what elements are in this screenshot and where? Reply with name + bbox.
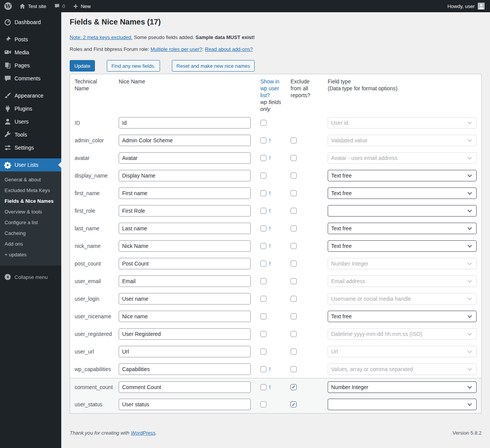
field-type-select[interactable]: Text free [328,240,477,252]
read-about-addons-link[interactable]: Read about add-ons? [205,46,253,52]
sidebar-item-users[interactable]: Users [0,115,61,128]
wordpress-logo[interactable]: W [1,0,15,12]
nice-name-input[interactable] [119,205,251,217]
nice-name-input[interactable] [119,275,251,287]
exclude-checkbox[interactable] [291,243,297,249]
field-type-select[interactable]: Email address [328,275,477,287]
nice-name-input[interactable] [119,117,251,129]
field-type-select[interactable]: Number Integer [328,381,477,393]
nice-name-input[interactable] [119,152,251,164]
sidebar-item-user-lists[interactable]: User Lists [0,158,61,171]
show-in-list-checkbox[interactable] [260,137,266,143]
exclude-checkbox[interactable] [291,225,297,231]
submenu-item-cacheing[interactable]: Cacheing [0,228,61,239]
show-in-list-checkbox[interactable] [260,155,266,161]
nice-name-input[interactable] [119,240,251,252]
nice-name-input[interactable] [119,135,251,146]
submenu-item-configure-a-list[interactable]: Configure a list [0,217,61,228]
exclude-checkbox[interactable] [291,261,297,267]
show-in-list-checkbox[interactable] [260,384,266,390]
submenu-item-excluded-meta-keys[interactable]: Excluded Meta Keys [0,185,61,196]
site-name-link[interactable]: Test site [15,0,50,12]
field-type-select[interactable]: Validated value [328,135,477,146]
new-content-button[interactable]: New [69,0,95,12]
exclude-checkbox[interactable] [291,366,297,372]
exclude-checkbox[interactable] [291,137,297,143]
nice-name-input[interactable] [119,170,251,181]
nice-name-input[interactable] [119,311,251,322]
nice-name-input[interactable] [119,258,251,269]
field-type-select[interactable]: User id [328,117,477,129]
sidebar-item-comments[interactable]: Comments [0,72,61,85]
reset-nice-names-button[interactable]: Reset and make new nice names [172,60,255,72]
nice-name-input[interactable] [119,399,251,410]
multiple-roles-link[interactable]: Multiple roles per user? [150,46,202,52]
sidebar-item-media[interactable]: Media [0,46,61,59]
comments-shortcut[interactable]: 0 [50,0,69,12]
show-in-list-checkbox[interactable] [260,208,266,214]
nice-name-input[interactable] [119,381,251,393]
submenu-item-updates[interactable]: + updates [0,249,61,260]
show-in-list-checkbox[interactable] [260,243,266,249]
nice-name-input[interactable] [119,223,251,234]
field-type-select[interactable]: Values, array or comma separated [328,363,477,375]
exclude-checkbox[interactable] [291,173,297,179]
show-in-list-checkbox[interactable] [260,190,266,196]
field-type-select[interactable]: Number Integer [328,258,477,269]
show-in-list-checkbox[interactable] [260,296,266,302]
field-type-select[interactable] [328,399,477,410]
show-in-list-checkbox[interactable] [260,349,266,355]
exclude-checkbox[interactable] [291,384,297,390]
field-type-select[interactable]: Avatar - uses email address [328,152,477,164]
wordpress-link[interactable]: WordPress [131,430,155,436]
submenu-item-fields-nice-names[interactable]: Fields & Nice Names [0,196,61,207]
exclude-checkbox[interactable] [291,401,297,407]
show-in-list-checkbox[interactable] [260,331,266,337]
exclude-checkbox[interactable] [291,190,297,196]
exclude-checkbox[interactable] [291,349,297,355]
nice-name-input[interactable] [119,363,251,375]
sidebar-item-posts[interactable]: Posts [0,33,61,46]
find-new-fields-button[interactable]: Find any new fields. [107,60,160,72]
show-in-list-checkbox[interactable] [260,366,266,372]
field-type-select[interactable]: Url [328,346,477,357]
show-in-list-checkbox[interactable] [260,261,266,267]
nice-name-input[interactable] [119,187,251,199]
collapse-menu-button[interactable]: Collapse menu [0,270,61,283]
sidebar-item-plugins[interactable]: Plugins [0,102,61,115]
sidebar-item-tools[interactable]: Tools [0,128,61,141]
meta-keys-excluded-link[interactable]: Note: 2 meta keys excluded. [70,34,132,40]
exclude-checkbox[interactable] [291,208,297,214]
field-type-select[interactable]: Text free [328,170,477,181]
exclude-checkbox[interactable] [291,313,297,319]
field-type-select[interactable]: Datetime yyyy-mm-dd hh:mm:ss (ISO) [328,328,477,340]
show-in-list-checkbox[interactable] [260,120,266,126]
submenu-item-general-about[interactable]: General & about [0,174,61,185]
sidebar-item-pages[interactable]: Pages [0,59,61,72]
show-in-list-checkbox[interactable] [260,173,266,179]
update-button[interactable]: Update [70,60,95,72]
show-in-wp-user-list-link[interactable]: Show in wp user list? [260,78,283,99]
show-in-list-checkbox[interactable] [260,313,266,319]
show-in-list-checkbox[interactable] [260,278,266,284]
exclude-checkbox[interactable] [291,296,297,302]
sidebar-item-appearance[interactable]: Appearance [0,89,61,102]
nice-name-input[interactable] [119,346,251,357]
field-type-select[interactable]: Text free [328,187,477,199]
exclude-checkbox[interactable] [291,331,297,337]
field-type-select[interactable] [328,205,477,217]
sidebar-item-dashboard[interactable]: Dashboard [0,16,61,29]
nice-name-input[interactable] [119,293,251,305]
submenu-item-add-ons[interactable]: Add ons [0,239,61,249]
nice-name-input[interactable] [119,328,251,340]
sidebar-item-settings[interactable]: Settings [0,141,61,154]
show-in-list-checkbox[interactable] [260,401,266,407]
exclude-checkbox[interactable] [291,155,297,161]
exclude-checkbox[interactable] [291,278,297,284]
show-in-list-checkbox[interactable] [260,225,266,231]
field-type-select[interactable]: Text free [328,311,477,322]
field-type-select[interactable]: Text free [328,223,477,234]
field-type-select[interactable]: Username or social media handle [328,293,477,305]
user-avatar[interactable] [478,3,485,10]
howdy-user-link[interactable]: Howdy, user [448,3,475,9]
